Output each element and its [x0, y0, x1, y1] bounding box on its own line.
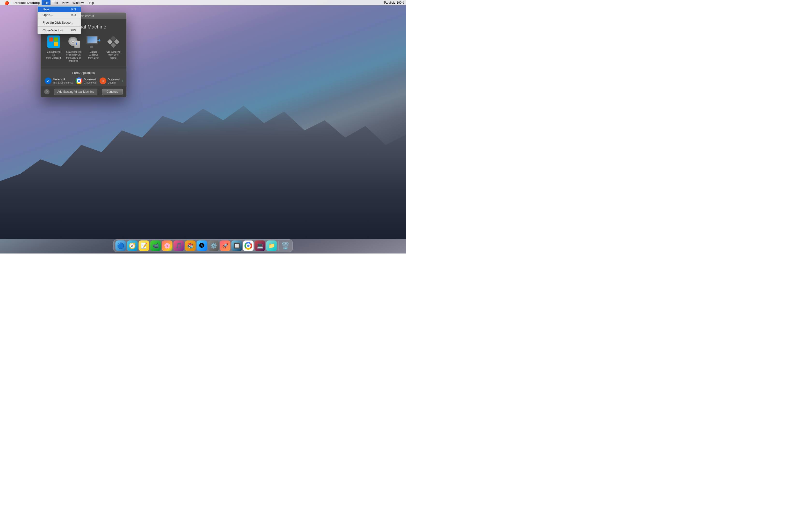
section-divider — [41, 67, 126, 67]
menubar: 🍎 Parallels Desktop File Edit View Windo… — [0, 0, 406, 5]
ubuntu-download-label: Download — [108, 78, 120, 81]
dock-item-parallels[interactable]: 💻 — [255, 240, 265, 251]
menu-item-open[interactable]: Open... ⌘O — [38, 12, 81, 18]
appliance-ubuntu[interactable]: ⊙ Download Ubuntu — [99, 77, 120, 85]
app-name[interactable]: Parallels Desktop — [12, 0, 42, 5]
chrome-sublabel: Chrome OS — [84, 81, 97, 84]
dock-item-trash[interactable]: 🗑️ — [280, 240, 291, 251]
migrate-icon: ➜ — [87, 36, 101, 48]
dock-item-facetime[interactable]: 📹 — [150, 240, 161, 251]
bootcamp-diamond — [107, 36, 120, 48]
menu-close-label: Close Window — [43, 29, 63, 32]
win-pane-blue — [49, 42, 53, 46]
apple-menu[interactable]: 🍎 — [2, 0, 12, 5]
menu-item-close[interactable]: Close Window ⌘W — [38, 27, 81, 33]
window-menu[interactable]: Window — [70, 0, 86, 5]
vm-option-install-windows[interactable]: Install Windows or another OS from a DVD… — [64, 33, 83, 63]
vm-option-migrate[interactable]: ➜ Migrate Windows from a PC — [84, 33, 103, 63]
menubar-battery: 100% — [397, 1, 404, 4]
dock-item-files[interactable]: 📁 — [266, 240, 277, 251]
menubar-left: 🍎 Parallels Desktop File Edit View Windo… — [2, 0, 96, 5]
dock-item-photos[interactable]: 🌸 — [162, 240, 172, 251]
dock-item-sysprefs[interactable]: ⚙️ — [208, 240, 219, 251]
appstore-icon: 🅐 — [199, 243, 205, 249]
chrome-download-label: Download — [84, 78, 97, 81]
dock-item-notes[interactable]: 📝 — [139, 240, 149, 251]
ubuntu-icon: ⊙ — [100, 77, 106, 84]
bootcamp-label: Use Windows from Boot Camp — [105, 50, 122, 59]
bc-q2 — [114, 39, 120, 45]
finder-icon: 🔵 — [117, 242, 124, 249]
dock-item-launchpad[interactable]: 🚀 — [220, 240, 231, 251]
ie-label: Modern.IE — [53, 78, 73, 81]
view-menu[interactable]: View — [60, 0, 70, 5]
file-menu-dropdown: New... ⌘N Open... ⌘O Free Up Disk Space.… — [38, 5, 81, 34]
bootcamp-icon — [107, 36, 120, 48]
win-pane-green — [54, 38, 58, 42]
appliance-modern-ie[interactable]: e Modern.IE Test Environments — [44, 77, 73, 85]
android-icon: 🤖 — [122, 77, 123, 84]
itunes-icon: 🎵 — [175, 243, 182, 249]
chrome-icon — [75, 77, 83, 84]
help-button[interactable]: ? — [44, 89, 50, 95]
menu-open-label: Open... — [43, 13, 53, 17]
file-menu[interactable]: File — [42, 0, 51, 5]
imac-body — [87, 36, 98, 44]
menu-close-shortcut: ⌘W — [70, 29, 76, 32]
dock-item-appstore[interactable]: 🅐 — [197, 240, 207, 251]
desktop: 🍎 Parallels Desktop File Edit View Windo… — [0, 0, 406, 253]
dvd-icon — [67, 36, 80, 48]
get-windows-label: Get Windows 10 from Microsoft — [45, 50, 62, 59]
dvd-icon-container — [66, 35, 81, 49]
dock-item-mission-control[interactable]: 🔲 — [232, 240, 242, 251]
sysprefs-icon: ⚙️ — [210, 243, 217, 249]
ubuntu-symbol: ⊙ — [101, 79, 104, 83]
menu-open-shortcut: ⌘O — [71, 13, 76, 17]
dock-item-chrome[interactable] — [243, 240, 254, 251]
continue-button[interactable]: Continue — [102, 89, 123, 95]
menu-separator-1 — [38, 18, 81, 19]
menu-new-label: New... — [43, 7, 51, 11]
add-existing-button[interactable]: Add Existing Virtual Machine — [54, 89, 97, 95]
help-menu[interactable]: Help — [86, 0, 96, 5]
win-pane-red — [49, 38, 53, 42]
appliance-chrome[interactable]: Download Chrome OS — [75, 77, 97, 85]
photos-icon: 🌸 — [164, 243, 170, 249]
dock-item-ibooks[interactable]: 📚 — [185, 240, 196, 251]
wizard-bottom-bar: ? Add Existing Virtual Machine Continue — [41, 86, 126, 97]
ie-icon: e — [45, 77, 51, 84]
menu-item-freedisk[interactable]: Free Up Disk Space... — [38, 20, 81, 25]
win-pane-yellow — [54, 42, 58, 46]
ie-sublabel: Test Environments — [53, 81, 73, 84]
chrome-ring — [75, 77, 83, 84]
vm-option-get-windows[interactable]: Get Windows 10 from Microsoft — [44, 33, 63, 63]
menu-item-new[interactable]: New... ⌘N — [38, 6, 81, 12]
migrate-arrow: ➜ — [97, 38, 101, 43]
migrate-icon-container: ➜ — [86, 35, 101, 49]
dock-item-safari[interactable]: 🧭 — [127, 240, 138, 251]
chrome-dock-icon — [245, 242, 252, 249]
free-appliances-section: Free Appliances e Modern.IE Test Environ… — [41, 68, 126, 86]
launchpad-icon: 🚀 — [222, 243, 229, 249]
windows-icon — [46, 35, 61, 49]
ubuntu-text: Download Ubuntu — [108, 78, 120, 84]
menu-separator-2 — [38, 26, 81, 26]
files-icon: 📁 — [268, 243, 275, 249]
imac-screen — [88, 37, 97, 43]
trash-icon: 🗑️ — [281, 242, 290, 250]
appliance-android[interactable]: 🤖 Download Android — [122, 77, 123, 85]
facetime-icon: 📹 — [152, 243, 159, 249]
vm-option-bootcamp[interactable]: Use Windows from Boot Camp — [104, 33, 123, 63]
ie-letter: e — [47, 79, 49, 83]
parallels-icon: 💻 — [257, 243, 263, 249]
appliances-list: e Modern.IE Test Environments D — [44, 77, 123, 85]
bootcamp-icon-container — [106, 35, 120, 49]
edit-menu[interactable]: Edit — [51, 0, 60, 5]
ubuntu-sublabel: Ubuntu — [108, 81, 120, 84]
menubar-parallels: Parallels — [384, 1, 395, 4]
install-windows-label: Install Windows or another OS from a DVD… — [65, 50, 82, 62]
ibooks-icon: 📚 — [187, 243, 194, 249]
dock-item-finder[interactable]: 🔵 — [115, 240, 126, 251]
dock-item-itunes[interactable]: 🎵 — [173, 240, 184, 251]
menu-freedisk-label: Free Up Disk Space... — [43, 21, 73, 24]
